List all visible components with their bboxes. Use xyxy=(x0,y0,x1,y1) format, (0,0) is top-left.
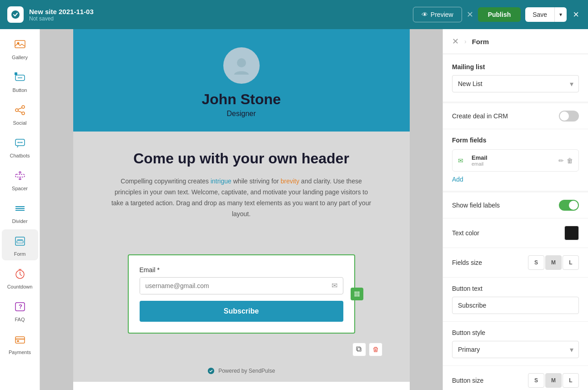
mailing-list-select-wrapper: New List ▾ xyxy=(452,75,579,92)
sidebar-label-social: Social xyxy=(13,120,27,126)
publish-button[interactable]: Publish xyxy=(478,7,521,22)
faq-icon: ? xyxy=(12,299,28,315)
profile-name: John Stone xyxy=(201,91,281,108)
preview-button[interactable]: 👁 Preview xyxy=(413,7,462,22)
button-style-label: Button style xyxy=(452,329,579,336)
preview-label: Preview xyxy=(431,11,453,18)
button-icon xyxy=(12,69,28,86)
panel-breadcrumb-icon[interactable]: ✕ xyxy=(452,36,459,46)
add-field-link[interactable]: Add xyxy=(452,176,463,183)
button-text-input[interactable] xyxy=(452,297,579,314)
sidebar-item-button[interactable]: Button xyxy=(2,66,38,96)
svg-point-43 xyxy=(358,293,359,294)
create-deal-row: Create deal in CRM xyxy=(443,103,588,129)
sidebar-label-payments: Payments xyxy=(9,349,31,355)
svg-point-12 xyxy=(19,142,20,143)
sidebar-item-chatbots[interactable]: Chatbots xyxy=(2,131,38,162)
svg-text:?: ? xyxy=(19,303,22,310)
field-info: Email email xyxy=(472,154,554,167)
sidebar-label-divider: Divider xyxy=(12,218,27,224)
panel-title: Form xyxy=(472,38,489,46)
sidebar-item-spacer[interactable]: Spacer xyxy=(2,164,38,195)
gallery-icon xyxy=(12,36,28,53)
svg-line-9 xyxy=(18,111,22,112)
svg-point-7 xyxy=(22,112,25,115)
button-size-l[interactable]: L xyxy=(563,373,579,388)
button-style-select[interactable]: Primary Secondary Outline xyxy=(452,341,579,358)
fields-size-s[interactable]: S xyxy=(528,255,544,270)
sidebar-item-countdown[interactable]: Countdown xyxy=(2,262,38,293)
sidebar-label-faq: FAQ xyxy=(15,317,25,322)
field-edit-button[interactable]: ✏ xyxy=(558,157,564,164)
chatbots-icon xyxy=(12,135,28,151)
profile-section: John Stone Designer xyxy=(73,29,410,132)
profile-title: Designer xyxy=(226,110,256,118)
duplicate-button[interactable] xyxy=(352,343,366,356)
button-size-buttons: S M L xyxy=(528,373,579,388)
mailing-list-select[interactable]: New List xyxy=(452,75,579,92)
button-size-s[interactable]: S xyxy=(528,373,544,388)
svg-rect-48 xyxy=(357,347,360,350)
email-field-icon: ✉ xyxy=(458,157,467,164)
sidebar-item-gallery[interactable]: Gallery xyxy=(2,33,38,64)
close-button[interactable]: × xyxy=(571,7,581,22)
preview-icon: 👁 xyxy=(422,11,428,18)
svg-rect-47 xyxy=(357,348,361,351)
sidebar-label-button: Button xyxy=(13,87,27,93)
sidebar-item-form[interactable]: Form xyxy=(2,229,38,260)
sidebar-item-social[interactable]: Social xyxy=(2,98,38,129)
sidebar-item-faq[interactable]: ? FAQ xyxy=(2,295,38,326)
subscribe-button[interactable]: Subscribe xyxy=(140,301,343,322)
svg-rect-27 xyxy=(17,241,23,243)
save-button[interactable]: Save xyxy=(525,7,554,22)
svg-point-40 xyxy=(358,291,359,293)
field-type: email xyxy=(472,161,554,167)
spacer-icon xyxy=(12,167,28,184)
form-fields-header: Form fields xyxy=(452,137,579,144)
button-text-label: Button text xyxy=(452,285,579,292)
svg-point-45 xyxy=(356,295,357,296)
canvas-area: John Stone Designer Come up with your ow… xyxy=(40,29,442,390)
header-actions: 👁 Preview ✕ Publish Save ▾ × xyxy=(413,7,581,22)
panel-body: Mailing list New List ▾ Create deal in C… xyxy=(443,54,588,390)
save-group: Save ▾ xyxy=(525,7,567,22)
fields-size-l[interactable]: L xyxy=(563,255,579,270)
button-size-m[interactable]: M xyxy=(545,373,562,388)
fields-size-row: Fields size S M L xyxy=(443,248,588,278)
svg-line-30 xyxy=(20,274,22,276)
form-widget-handle[interactable] xyxy=(351,288,363,300)
svg-point-5 xyxy=(15,109,18,111)
fields-size-m[interactable]: M xyxy=(545,255,562,270)
show-field-labels-label: Show field labels xyxy=(452,202,500,209)
sidebar-item-payments[interactable]: Payments xyxy=(2,328,38,359)
show-field-labels-toggle[interactable] xyxy=(559,200,579,211)
button-text-section: Button text xyxy=(443,278,588,322)
sidebar-label-gallery: Gallery xyxy=(12,55,28,60)
svg-point-46 xyxy=(358,295,359,296)
site-status: Not saved xyxy=(29,15,407,22)
sidebar-label-spacer: Spacer xyxy=(12,186,28,191)
form-widget-actions xyxy=(101,343,382,356)
sidebar-item-divider[interactable]: Divider xyxy=(2,197,38,228)
fields-size-buttons: S M L xyxy=(528,255,579,270)
svg-point-42 xyxy=(356,293,357,294)
right-panel: ✕ › Form Mailing list New List ▾ Create … xyxy=(442,29,588,390)
panel-header: ✕ › Form xyxy=(443,29,588,54)
email-input[interactable] xyxy=(140,278,326,294)
content-body: Compelling copywriting creates intrigue … xyxy=(110,176,373,219)
save-dropdown-button[interactable]: ▾ xyxy=(554,7,567,22)
text-color-swatch[interactable] xyxy=(564,226,579,240)
footer-text: Powered by SendPulse xyxy=(218,368,275,374)
header: New site 2021-11-03 Not saved 👁 Preview … xyxy=(0,0,588,29)
svg-point-6 xyxy=(22,106,25,108)
form-widget-container: Email * ✉ Subscribe xyxy=(128,254,355,334)
create-deal-toggle[interactable] xyxy=(559,111,579,122)
social-icon xyxy=(12,102,28,118)
delete-button[interactable] xyxy=(369,343,382,356)
svg-rect-0 xyxy=(15,41,25,48)
left-sidebar: Gallery Button xyxy=(0,29,40,390)
field-delete-button[interactable]: 🗑 xyxy=(567,157,573,164)
form-icon xyxy=(12,233,28,249)
svg-point-13 xyxy=(21,142,22,143)
text-color-row: Text color xyxy=(443,218,588,248)
